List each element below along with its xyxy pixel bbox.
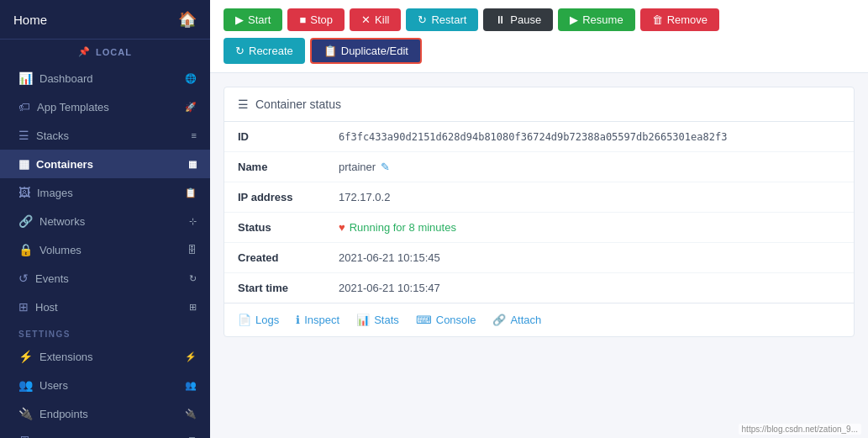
recreate-button[interactable]: ↻ Recreate	[224, 38, 305, 64]
sidebar-item-stacks[interactable]: ☰ Stacks ≡	[0, 121, 210, 150]
host-icon: ⊞	[18, 300, 29, 314]
id-label: ID	[238, 130, 339, 143]
sidebar-item-users[interactable]: 👥 Users 👥	[0, 371, 210, 399]
restart-button[interactable]: ↻ Restart	[406, 8, 478, 31]
pause-bars-icon: ⏸	[495, 13, 506, 26]
events-icon: ↺	[18, 272, 29, 285]
users-group-icon: 👥	[185, 380, 197, 391]
sidebar-item-networks[interactable]: 🔗 Networks ⊹	[0, 207, 210, 235]
kill-x-icon: ✕	[361, 13, 371, 26]
sidebar: Home 🏠 📌 LOCAL 📊 Dashboard 🌐 🏷 App Templ…	[0, 0, 210, 438]
restart-refresh-icon: ↻	[418, 13, 427, 26]
resume-play-icon: ▶	[570, 13, 578, 26]
containers-icon: ▦	[18, 157, 29, 171]
info-row-start-time: Start time 2021-06-21 10:15:47	[224, 273, 854, 303]
remove-trash-icon: 🗑	[652, 13, 663, 26]
watermark: https://blog.csdn.net/zation_9...	[739, 424, 861, 435]
created-value: 2021-06-21 10:15:45	[339, 251, 440, 264]
ip-value: 172.17.0.2	[339, 191, 390, 203]
stacks-icon: ☰	[18, 129, 29, 142]
stacks-list-icon: ≡	[192, 130, 197, 140]
list-icon: ☰	[238, 98, 249, 111]
endpoints-plug-icon: 🔌	[185, 409, 197, 420]
status-label: Status	[238, 221, 339, 234]
sidebar-item-label: Host	[35, 301, 58, 314]
name-label: Name	[238, 161, 339, 173]
home-label: Home	[13, 13, 47, 27]
attach-link-icon: 🔗	[492, 314, 506, 326]
inspect-info-icon: ℹ	[296, 314, 300, 326]
images-copy-icon: 📋	[185, 187, 197, 198]
edit-pencil-icon[interactable]: ✎	[381, 161, 390, 173]
inspect-tab[interactable]: ℹ Inspect	[296, 314, 339, 326]
endpoints-icon: 🔌	[18, 407, 33, 420]
console-terminal-icon: ⌨	[416, 314, 432, 326]
info-table: ID 6f3fc433a90d2151d628d94b81080f36724d9…	[224, 122, 854, 303]
home-icon: 🏠	[178, 10, 197, 29]
sidebar-item-label: Containers	[36, 158, 93, 171]
resume-button[interactable]: ▶ Resume	[558, 8, 634, 31]
sidebar-item-label: Stacks	[36, 129, 69, 142]
stats-chart-icon: 📊	[356, 314, 370, 326]
recreate-refresh-icon: ↻	[235, 45, 245, 57]
start-time-label: Start time	[238, 282, 339, 294]
info-row-id: ID 6f3fc433a90d2151d628d94b81080f36724d9…	[224, 122, 854, 152]
sidebar-item-containers[interactable]: ▦ Containers ▦	[0, 150, 210, 178]
attach-tab[interactable]: 🔗 Attach	[492, 314, 541, 326]
info-row-status: Status ♥ Running for 8 minutes	[224, 213, 854, 243]
main-content: ▶ Start ■ Stop ✕ Kill ↻ Restart ⏸ Pause …	[210, 0, 868, 438]
sidebar-home[interactable]: Home 🏠	[0, 0, 210, 40]
volumes-db-icon: 🗄	[187, 245, 197, 255]
networks-icon: 🔗	[18, 214, 33, 228]
start-play-icon: ▶	[235, 13, 244, 26]
console-tab[interactable]: ⌨ Console	[416, 314, 476, 326]
events-refresh-icon: ↻	[189, 273, 197, 284]
sidebar-item-label: Volumes	[39, 244, 82, 256]
pause-button[interactable]: ⏸ Pause	[483, 8, 553, 31]
kill-button[interactable]: ✕ Kill	[350, 8, 401, 31]
sidebar-item-events[interactable]: ↺ Events ↻	[0, 264, 210, 293]
stop-button[interactable]: ■ Stop	[287, 8, 345, 31]
networks-tree-icon: ⊹	[189, 216, 197, 227]
duplicate-edit-button[interactable]: 📋 Duplicate/Edit	[310, 38, 422, 64]
id-value: 6f3fc433a90d2151d628d94b81080f36724d9b72…	[339, 131, 727, 143]
name-value: prtainer ✎	[339, 161, 390, 173]
sidebar-item-dashboard[interactable]: 📊 Dashboard 🌐	[0, 64, 210, 92]
sidebar-item-label: Events	[35, 272, 69, 285]
sidebar-item-label: App Templates	[37, 101, 109, 113]
sidebar-item-endpoints[interactable]: 🔌 Endpoints 🔌	[0, 399, 210, 428]
images-icon: 🖼	[18, 186, 30, 199]
created-label: Created	[238, 251, 339, 264]
info-row-created: Created 2021-06-21 10:15:45	[224, 243, 854, 273]
info-row-ip: IP address 172.17.0.2	[224, 182, 854, 213]
stop-square-icon: ■	[299, 13, 306, 26]
host-grid-icon: ⊞	[189, 302, 197, 313]
sidebar-item-volumes[interactable]: 🔒 Volumes 🗄	[0, 235, 210, 264]
stats-tab[interactable]: 📊 Stats	[356, 314, 399, 326]
start-button[interactable]: ▶ Start	[224, 8, 282, 31]
logs-icon: 📄	[238, 314, 251, 326]
sidebar-item-app-templates[interactable]: 🏷 App Templates 🚀	[0, 92, 210, 121]
sidebar-item-registries[interactable]: 🗄 Registries 🗄	[0, 428, 210, 438]
sidebar-item-label: Networks	[39, 215, 85, 228]
sidebar-item-extensions[interactable]: ⚡ Extensions ⚡	[0, 342, 210, 371]
volumes-icon: 🔒	[18, 243, 33, 256]
start-time-value: 2021-06-21 10:15:47	[339, 282, 440, 294]
status-value: ♥ Running for 8 minutes	[339, 221, 456, 234]
sidebar-item-host[interactable]: ⊞ Host ⊞	[0, 293, 210, 321]
container-status-section: ☰ Container status ID 6f3fc433a90d2151d6…	[224, 87, 855, 337]
dashboard-icon: 📊	[18, 71, 33, 85]
sidebar-item-label: Dashboard	[39, 72, 93, 85]
remove-button[interactable]: 🗑 Remove	[640, 8, 719, 31]
containers-grid-icon: ▦	[188, 159, 197, 170]
extensions-bolt-icon: ⚡	[185, 351, 197, 362]
heart-icon: ♥	[339, 221, 345, 234]
section-header: ☰ Container status	[224, 87, 854, 122]
settings-section-header: SETTINGS	[0, 321, 210, 342]
sidebar-item-images[interactable]: 🖼 Images 📋	[0, 178, 210, 207]
pin-icon: 📌	[78, 46, 91, 57]
sidebar-item-label: Users	[39, 379, 68, 392]
app-templates-icon: 🏷	[18, 100, 30, 113]
logs-tab[interactable]: 📄 Logs	[238, 314, 279, 326]
local-section-header: 📌 LOCAL	[0, 40, 210, 64]
